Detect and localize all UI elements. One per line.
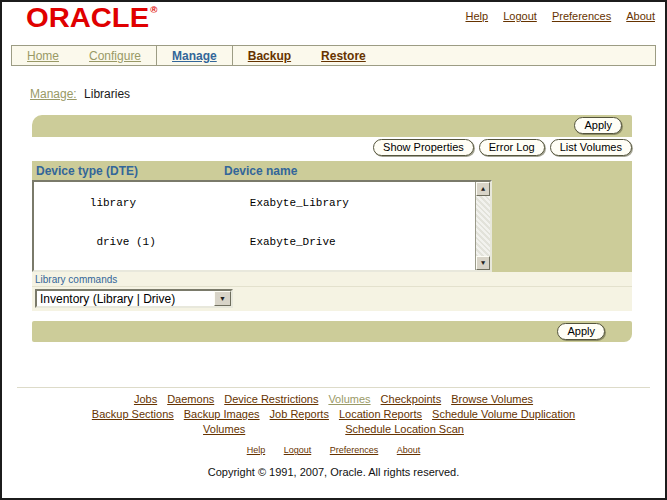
footer-about-link[interactable]: About [397,445,421,455]
footer-link-schedule-location-scan[interactable]: Schedule Location Scan [345,422,464,437]
footer-links-row-1: JobsDaemonsDevice RestrictionsVolumesChe… [2,392,665,407]
footer-small-links: Help Logout Preferences About [2,445,665,455]
tab-home[interactable]: Home [12,46,74,65]
footer-link-backup-sections[interactable]: Backup Sections [92,408,174,420]
footer-link-jobs[interactable]: Jobs [134,393,157,405]
footer-help-link[interactable]: Help [247,445,266,455]
device-row-drive[interactable]: drive (1)Exabyte_Drive [37,223,472,262]
footer-logout-link[interactable]: Logout [284,445,312,455]
bottom-action-bar: Apply [32,321,632,342]
footer-link-job-reports[interactable]: Job Reports [270,408,329,420]
top-action-bar: Apply [32,115,632,137]
tab-configure-label: Configure [89,49,141,63]
tab-backup[interactable]: Backup [233,46,306,65]
tab-manage-label: Manage [172,49,217,63]
footer-link-daemons[interactable]: Daemons [167,393,214,405]
help-link[interactable]: Help [465,10,488,22]
footer-links: JobsDaemonsDevice RestrictionsVolumesChe… [2,392,665,437]
device-table-header: Device type (DTE) Device name [32,161,632,180]
footer-link-checkpoints[interactable]: Checkpoints [381,393,442,405]
footer-link-volumes-current[interactable]: Volumes [328,393,370,405]
tab-bar: Home Configure Manage Backup Restore [11,45,656,66]
oracle-logo-text: ORACLE [26,3,149,33]
header: ORACLE® Help Logout Preferences About [2,2,665,45]
tab-restore-label: Restore [321,49,366,63]
footer-divider [17,387,650,388]
error-log-button[interactable]: Error Log [479,139,545,156]
device-listbox[interactable]: libraryExabyte_Library drive (1)Exabyte_… [32,180,492,272]
library-commands-label: Library commands [32,272,632,287]
device-name-cell: Exabyte_Drive [250,236,336,248]
footer-preferences-link[interactable]: Preferences [330,445,379,455]
column-header-device-type: Device type (DTE) [32,164,224,178]
listbox-scrollbar[interactable]: ▲ ▼ [475,182,490,270]
apply-button-top[interactable]: Apply [574,117,622,134]
apply-button-bottom[interactable]: Apply [557,323,605,340]
footer-link-location-reports[interactable]: Location Reports [339,408,422,420]
scroll-up-icon[interactable]: ▲ [476,182,490,196]
breadcrumb-current-page: Libraries [84,87,130,101]
list-volumes-button[interactable]: List Volumes [550,139,632,156]
chevron-down-icon[interactable]: ▼ [214,291,231,306]
copyright-notice: Copyright © 1991, 2007, Oracle. All righ… [2,466,665,478]
device-type-cell: library [90,197,250,210]
header-links: Help Logout Preferences About [453,10,655,22]
footer-link-volumes[interactable]: Volumes [203,422,245,437]
breadcrumb-manage-link[interactable]: Manage: [30,87,77,101]
selected-command-value: Inventory (Library | Drive) [37,292,175,306]
library-commands-select[interactable]: Inventory (Library | Drive) ▼ [35,289,233,308]
tab-home-label: Home [27,49,59,63]
footer-links-row-2: Backup SectionsBackup ImagesJob ReportsL… [2,407,665,422]
column-header-device-name: Device name [224,164,297,178]
footer-link-browse-volumes[interactable]: Browse Volumes [451,393,533,405]
device-type-cell: drive (1) [90,236,250,249]
footer-link-schedule-volume-duplication[interactable]: Schedule Volume Duplication [432,408,575,420]
oracle-logo: ORACLE® [26,3,157,34]
footer-link-device-restrictions[interactable]: Device Restrictions [224,393,318,405]
oracle-secure-backup-page: { "brand": { "logo": "ORACLE", "register… [0,0,667,500]
logout-link[interactable]: Logout [503,10,537,22]
show-properties-button[interactable]: Show Properties [373,139,474,156]
scroll-down-icon[interactable]: ▼ [476,256,490,270]
tab-restore[interactable]: Restore [306,46,381,65]
device-panel: Device type (DTE) Device name libraryExa… [32,161,632,272]
footer-link-backup-images[interactable]: Backup Images [184,408,260,420]
tab-configure[interactable]: Configure [74,46,156,65]
footer-links-row-3: VolumesSchedule Location Scan [2,422,665,437]
tab-manage[interactable]: Manage [156,46,233,65]
action-buttons-row: Show Properties Error Log List Volumes [32,139,632,159]
preferences-link[interactable]: Preferences [552,10,611,22]
breadcrumb: Manage: Libraries [30,87,665,101]
tab-backup-label: Backup [248,49,291,63]
device-row-library[interactable]: libraryExabyte_Library [37,184,472,223]
main-content: Apply Show Properties Error Log List Vol… [32,115,632,342]
about-link[interactable]: About [626,10,655,22]
library-commands-row: Inventory (Library | Drive) ▼ [32,287,632,311]
device-name-cell: Exabyte_Library [250,197,349,209]
registered-mark: ® [150,5,157,15]
